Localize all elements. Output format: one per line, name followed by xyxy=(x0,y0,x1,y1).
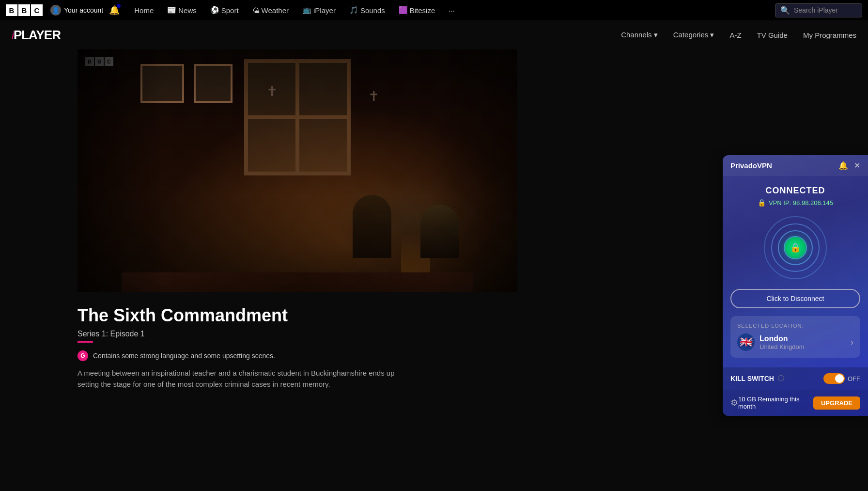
bbc-logo[interactable]: B B C xyxy=(6,4,43,16)
window-frame xyxy=(244,59,351,175)
gb-remaining: 10 GB Remaining this month xyxy=(738,396,813,410)
notification-button[interactable]: 🔔 xyxy=(109,5,120,16)
vpn-connected-label: CONNECTED xyxy=(730,186,860,196)
nav-home[interactable]: Home xyxy=(127,0,160,20)
vpn-bottom-bar: ⚙ 10 GB Remaining this month UPGRADE xyxy=(723,390,868,416)
iplayer-logo[interactable]: iPLAYER xyxy=(12,27,61,43)
vpn-panel-inner: PrivadoVPN 🔔 ✕ CONNECTED 🔒 VPN IP: 98.98… xyxy=(723,155,868,416)
flag-uk: 🇬🇧 xyxy=(737,333,755,351)
cross-1: ✝ xyxy=(266,83,278,99)
toggle-switch[interactable]: OFF xyxy=(823,373,860,384)
kill-switch-info-icon[interactable]: ⓘ xyxy=(778,374,784,383)
bbc-logo-b3: C xyxy=(31,4,43,16)
search-box[interactable]: 🔍 xyxy=(775,3,862,17)
figures xyxy=(333,175,479,263)
kill-switch-label: KILL SWITCH xyxy=(730,375,774,382)
picture-frame-2 xyxy=(194,64,232,103)
search-input[interactable] xyxy=(794,6,857,14)
radar-container: 🔒 xyxy=(764,216,827,279)
location-country: United Kingdom xyxy=(760,343,846,350)
account-icon: 👤 xyxy=(50,5,61,16)
radar-lock-icon: 🔒 xyxy=(790,242,801,253)
bbc-logo-b2: B xyxy=(18,4,30,16)
toggle-thumb xyxy=(835,374,844,383)
toggle-track[interactable] xyxy=(823,373,845,384)
nav-categories[interactable]: Categories ▾ xyxy=(673,31,714,39)
nav-iplayer[interactable]: 📺iPlayer xyxy=(295,0,342,20)
location-city: London xyxy=(760,334,846,343)
programme-title: The Sixth Commandment xyxy=(78,305,441,326)
nav-channels[interactable]: Channels ▾ xyxy=(621,31,658,39)
programme-info: The Sixth Commandment Series 1: Episode … xyxy=(78,292,441,390)
figure-1 xyxy=(353,195,391,258)
vpn-header: PrivadoVPN 🔔 ✕ xyxy=(723,155,868,176)
nav-weather[interactable]: 🌤Weather xyxy=(246,0,295,20)
bbc-watermark: B B C xyxy=(85,57,113,66)
settings-icon[interactable]: ⚙ xyxy=(730,397,738,408)
nav-sounds[interactable]: 🎵Sounds xyxy=(342,0,392,20)
toggle-state-label: OFF xyxy=(848,375,860,382)
bbc-logo-b1: B xyxy=(6,4,17,16)
disconnect-button[interactable]: Click to Disconnect xyxy=(730,289,860,308)
vpn-footer: KILL SWITCH ⓘ OFF xyxy=(723,367,868,390)
location-row: 🇬🇧 London United Kingdom › xyxy=(737,333,853,351)
room-scene: B B C ✝ ✝ xyxy=(78,49,517,292)
vpn-lock-icon: 🔒 xyxy=(758,199,766,206)
more-button[interactable]: ··· xyxy=(442,0,462,20)
vpn-ip-row: 🔒 VPN IP: 98.98.206.145 xyxy=(730,199,860,206)
nav-news[interactable]: 📰News xyxy=(160,0,203,20)
location-label: SELECTED LOCATION: xyxy=(737,323,853,329)
nav-tvguide[interactable]: TV Guide xyxy=(757,31,788,39)
top-nav-links: Home 📰News ⚽Sport 🌤Weather 📺iPlayer 🎵Sou… xyxy=(127,0,775,20)
nav-sport[interactable]: ⚽Sport xyxy=(203,0,246,20)
vpn-title: PrivadoVPN xyxy=(730,161,772,170)
radar-center: 🔒 xyxy=(785,237,806,258)
guidance-row: G Contains some strong language and some… xyxy=(78,350,441,361)
vpn-bell-icon[interactable]: 🔔 xyxy=(838,161,848,170)
account-label: Your account xyxy=(64,6,103,14)
red-divider xyxy=(78,341,93,343)
kill-switch-row: KILL SWITCH ⓘ xyxy=(730,374,784,383)
location-section: SELECTED LOCATION: 🇬🇧 London United King… xyxy=(730,316,860,358)
nav-myprogrammes[interactable]: My Programmes xyxy=(803,31,856,39)
vpn-close-icon[interactable]: ✕ xyxy=(854,161,860,170)
account-button[interactable]: 👤 Your account xyxy=(50,5,103,16)
vpn-panel: ⚙ PrivadoVPN 🔔 ✕ CONNECTED 🔒 VPN IP: 98.… xyxy=(723,155,868,416)
cross-2: ✝ xyxy=(368,88,379,104)
nav-bitesize[interactable]: 🟪Bitesize xyxy=(392,0,442,20)
nav-az[interactable]: A-Z xyxy=(729,31,741,39)
iplayer-nav: Channels ▾ Categories ▾ A-Z TV Guide My … xyxy=(621,31,856,39)
bed-frame xyxy=(122,272,473,292)
video-container[interactable]: B B C ✝ ✝ xyxy=(78,49,517,292)
upgrade-button[interactable]: UPGRADE xyxy=(813,396,860,410)
vpn-ip-address: VPN IP: 98.98.206.145 xyxy=(769,199,833,206)
picture-frame-1 xyxy=(140,64,184,103)
bbc-topbar: B B C 👤 Your account 🔔 Home 📰News ⚽Sport… xyxy=(0,0,868,20)
iplayer-header: iPLAYER Channels ▾ Categories ▾ A-Z TV G… xyxy=(0,20,868,49)
vpn-body: CONNECTED 🔒 VPN IP: 98.98.206.145 🔒 Clic… xyxy=(723,176,868,367)
programme-description: A meeting between an inspirational teach… xyxy=(78,368,417,390)
guidance-badge: G xyxy=(78,350,88,361)
search-icon: 🔍 xyxy=(780,6,790,15)
figure-2 xyxy=(420,205,459,258)
programme-subtitle: Series 1: Episode 1 xyxy=(78,330,441,338)
vpn-header-icons: 🔔 ✕ xyxy=(838,161,860,170)
notification-dot xyxy=(117,4,121,8)
location-arrow-icon[interactable]: › xyxy=(851,337,853,348)
guidance-text: Contains some strong language and some u… xyxy=(93,352,275,360)
location-info: London United Kingdom xyxy=(760,334,846,350)
